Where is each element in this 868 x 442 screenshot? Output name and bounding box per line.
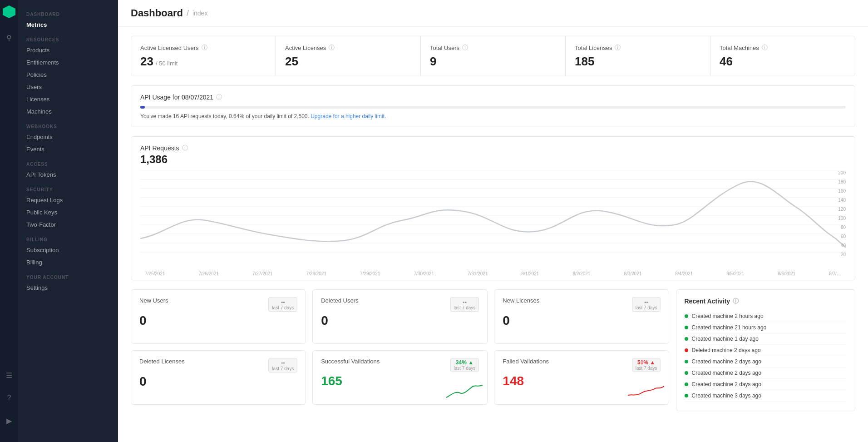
activity-dot [685,371,688,375]
metric-card-info-icon[interactable]: ⓘ [329,44,335,52]
sidebar-item-public-keys[interactable]: Public Keys [18,206,118,219]
sidebar-item-two-factor[interactable]: Two-Factor [18,219,118,231]
chart-y-labels: 200 180 160 140 120 100 80 60 40 20 [830,170,846,261]
sidebar-item-billing[interactable]: Billing [18,256,118,268]
chart-svg [140,170,846,261]
bottom-grid: New Users -- last 7 days 0 Deleted Users [131,289,855,411]
sidebar-item-subscription[interactable]: Subscription [18,244,118,256]
main-content: Dashboard / index Active Licensed Users … [118,0,868,442]
metric-card-title: Total Machines ⓘ [720,44,846,52]
sidebar-item-metrics[interactable]: Metrics [18,19,118,31]
recent-activity-title: Recent Activity ⓘ [685,297,847,305]
search-icon[interactable]: ⚲ [2,31,16,45]
sidebar-section-label: YOUR ACCOUNT [18,268,118,282]
activity-item: Created machine 2 days ago [685,356,847,368]
terminal-icon[interactable]: ▶ [2,414,16,427]
chart-info-icon[interactable]: ⓘ [182,144,188,152]
sidebar-section-label: DASHBOARD [18,5,118,19]
recent-activity-panel: Recent Activity ⓘ Created machine 2 hour… [676,289,856,411]
sidebar-section-label: BILLING [18,231,118,244]
activity-text: Created machine 1 day ago [692,336,759,342]
activity-text: Created machine 2 days ago [692,381,761,387]
activity-dot [685,348,688,352]
sidebar-item-licenses[interactable]: Licenses [18,93,118,105]
chart-title: API Requests ⓘ [140,144,846,152]
sidebar-section-label: ACCESS [18,155,118,169]
activity-text: Created machine 2 hours ago [692,313,764,319]
new-licenses-card: New Licenses -- last 7 days 0 [494,289,669,344]
docs-icon[interactable]: ☰ [2,368,16,382]
api-usage-section: API Usage for 08/07/2021 ⓘ You've made 1… [131,85,855,127]
api-usage-title: API Usage for 08/07/2021 ⓘ [140,93,846,101]
metric-card-0: Active Licensed Users ⓘ 23 / 50 limit [131,36,276,76]
sidebar-item-settings[interactable]: Settings [18,282,118,294]
help-icon[interactable]: ? [2,391,16,405]
activity-item: Created machine 2 days ago [685,368,847,379]
activity-text: Created machine 21 hours ago [692,324,767,331]
sidebar-item-api-tokens[interactable]: API Tokens [18,169,118,181]
activity-dot [685,394,688,397]
app-logo [3,5,15,18]
activity-dot [685,382,688,386]
chart-value: 1,386 [140,153,846,166]
metric-card-title: Active Licenses ⓘ [285,44,411,52]
metric-card-title: Total Users ⓘ [430,44,556,52]
deleted-licenses-card: Deleted Licenses -- last 7 days 0 [131,350,306,405]
activity-item: Created machine 21 hours ago [685,322,847,333]
sidebar-nav: DASHBOARDMetricsRESOURCESProductsEntitle… [18,0,118,442]
sidebar-item-endpoints[interactable]: Endpoints [18,131,118,143]
stat-row-1: New Users -- last 7 days 0 Deleted Users [131,289,670,344]
activity-item: Created machine 2 days ago [685,379,847,390]
api-usage-info-icon[interactable]: ⓘ [216,93,222,101]
recent-activity-info-icon[interactable]: ⓘ [733,297,739,305]
activity-item: Deleted machine 2 days ago [685,345,847,356]
sidebar-item-entitlements[interactable]: Entitlements [18,56,118,69]
activity-text: Created machine 2 days ago [692,370,761,376]
deleted-users-card: Deleted Users -- last 7 days 0 [312,289,488,344]
sidebar-item-request-logs[interactable]: Request Logs [18,194,118,206]
metric-card-info-icon[interactable]: ⓘ [762,44,768,52]
activity-item: Created machine 1 day ago [685,333,847,345]
api-requests-chart: API Requests ⓘ 1,386 [131,136,855,280]
metric-card-3: Total Licenses ⓘ 185 [566,36,710,76]
activity-item: Created machine 2 hours ago [685,311,847,322]
metric-card-title: Total Licenses ⓘ [575,44,701,52]
metric-card-info-icon[interactable]: ⓘ [202,44,207,52]
metric-card-4: Total Machines ⓘ 46 [710,36,855,76]
sidebar-item-products[interactable]: Products [18,44,118,56]
metric-card-value: 23 / 50 limit [140,55,266,69]
icon-bar: ⚲ ☰ ? ▶ [0,0,18,442]
metric-card-title: Active Licensed Users ⓘ [140,44,266,52]
api-usage-progress-bar [140,106,846,109]
metric-card-value: 25 [285,55,411,69]
activity-dot [685,337,688,341]
stat-row-2: Deleted Licenses -- last 7 days 0 Succes… [131,350,670,405]
metric-card-info-icon[interactable]: ⓘ [615,44,621,52]
sidebar-item-users[interactable]: Users [18,81,118,93]
new-users-card: New Users -- last 7 days 0 [131,289,306,344]
activity-text: Deleted machine 2 days ago [692,347,761,353]
metric-card-value: 185 [575,55,701,69]
metric-cards: Active Licensed Users ⓘ 23 / 50 limit Ac… [131,36,855,76]
sidebar-section-label: SECURITY [18,181,118,194]
chart-container: 200 180 160 140 120 100 80 60 40 20 [140,170,846,270]
breadcrumb-index: index [192,10,207,17]
sidebar-item-machines[interactable]: Machines [18,105,118,118]
chart-line [140,182,846,248]
api-usage-upgrade-link[interactable]: Upgrade for a higher daily limit. [311,113,386,119]
activity-list: Created machine 2 hours ago Created mach… [685,311,847,402]
successful-validations-card: Successful Validations 34% ▲ last 7 days… [312,350,488,405]
page-header: Dashboard / index [118,0,868,27]
stat-cards-area: New Users -- last 7 days 0 Deleted Users [131,289,670,411]
sidebar-item-events[interactable]: Events [18,143,118,155]
metric-card-value: 46 [720,55,846,69]
breadcrumb-separator: / [187,9,189,18]
sidebar-section-label: RESOURCES [18,31,118,44]
metric-card-info-icon[interactable]: ⓘ [462,44,468,52]
successful-validations-mini-chart [446,382,483,400]
chart-x-labels: 7/25/2021 7/26/2021 7/27/2021 7/28/2021 … [140,271,846,280]
sidebar-item-policies[interactable]: Policies [18,69,118,81]
activity-dot [685,314,688,318]
failed-validations-mini-chart [628,382,664,400]
activity-text: Created machine 2 days ago [692,358,761,365]
